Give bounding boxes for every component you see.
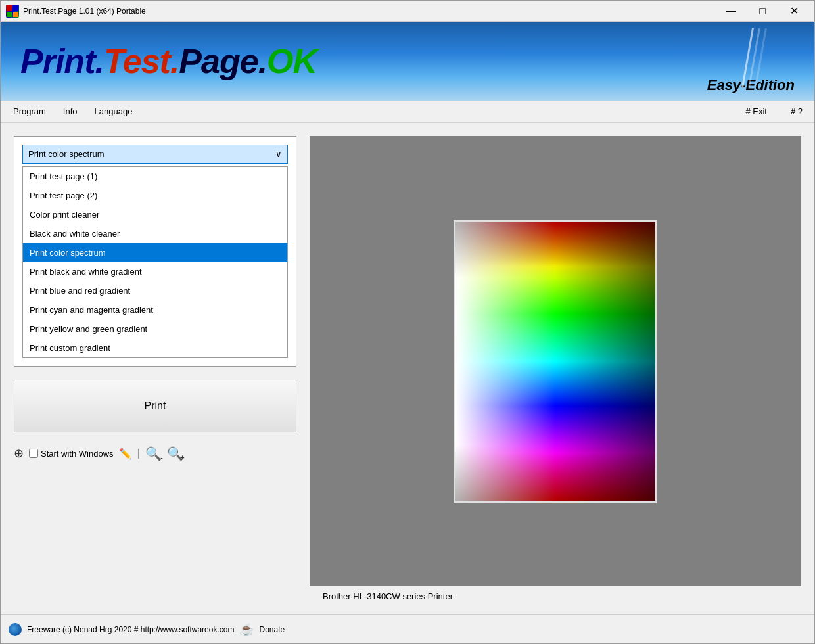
app-icon [6, 5, 19, 18]
banner-ok: OK [267, 42, 317, 80]
svg-rect-2 [7, 12, 12, 17]
svg-rect-0 [7, 5, 12, 11]
zoom-out-icon[interactable]: 🔍- [145, 446, 162, 461]
list-item[interactable]: Black and white cleaner [23, 224, 287, 243]
list-item[interactable]: Print custom gradient [23, 338, 287, 357]
bottom-toolbar: ⊕ Start with Windows ✏️ | 🔍- 🔍+ [14, 443, 296, 464]
printer-name: Brother HL-3140CW series Printer [310, 591, 453, 601]
pin-icon[interactable]: ⊕ [14, 446, 24, 461]
window-controls: — □ ✕ [716, 1, 809, 22]
minimize-button[interactable]: — [716, 1, 746, 22]
banner-dot3: . [258, 42, 267, 80]
banner-print: Print [20, 42, 95, 80]
dropdown-select[interactable]: Print color spectrum ∨ [22, 145, 288, 164]
svg-rect-3 [13, 12, 18, 17]
list-item[interactable]: Print test page (2) [23, 186, 287, 205]
menu-info[interactable]: Info [56, 103, 85, 120]
list-item[interactable]: Print black and white gradient [23, 262, 287, 281]
start-with-windows-label[interactable]: Start with Windows [29, 449, 114, 459]
dropdown-chevron-icon: ∨ [275, 149, 282, 159]
banner-title: Print.Test.Page.OK [20, 41, 317, 81]
banner-page: Page [179, 42, 258, 80]
title-bar: Print.Test.Page 1.01 (x64) Portable — □ … [1, 1, 814, 22]
banner: Print.Test.Page.OK Easy-Edition [1, 22, 814, 101]
list-item-selected[interactable]: Print color spectrum [23, 243, 287, 262]
footer-coffee-icon: ☕ [239, 622, 254, 637]
dropdown-container: Print color spectrum ∨ Print test page (… [14, 136, 296, 367]
app-window: Print.Test.Page 1.01 (x64) Portable — □ … [0, 0, 815, 644]
list-item[interactable]: Print cyan and magenta gradient [23, 300, 287, 319]
menu-program[interactable]: Program [6, 103, 53, 120]
close-button[interactable]: ✕ [779, 1, 809, 22]
footer-text: Freeware (c) Nenad Hrg 2020 # http://www… [27, 625, 234, 634]
maximize-button[interactable]: □ [747, 1, 778, 22]
dropdown-selected-value: Print color spectrum [28, 149, 105, 159]
left-panel: Print color spectrum ∨ Print test page (… [14, 136, 296, 601]
banner-dot2: . [170, 42, 179, 80]
globe-icon [9, 623, 22, 636]
main-content: Print color spectrum ∨ Print test page (… [1, 123, 814, 614]
menubar-right: # Exit # ? [739, 104, 809, 119]
list-item[interactable]: Print yellow and green gradient [23, 319, 287, 338]
footer: Freeware (c) Nenad Hrg 2020 # http://www… [1, 614, 814, 643]
list-item[interactable]: Print blue and red gradient [23, 281, 287, 300]
preview-paper [454, 220, 657, 503]
svg-rect-1 [13, 5, 18, 11]
preview-area [310, 136, 801, 586]
list-item[interactable]: Color print cleaner [23, 205, 287, 224]
start-with-windows-text: Start with Windows [41, 449, 114, 459]
menu-language[interactable]: Language [87, 103, 140, 120]
banner-subtitle: Easy-Edition [707, 77, 795, 94]
dropdown-list: Print test page (1) Print test page (2) … [22, 166, 288, 358]
right-panel: Brother HL-3140CW series Printer [310, 136, 801, 601]
window-title: Print.Test.Page 1.01 (x64) Portable [23, 7, 716, 16]
banner-dot1: . [95, 42, 103, 80]
edit-icon[interactable]: ✏️ [119, 448, 132, 460]
exit-button[interactable]: # Exit [739, 104, 774, 119]
color-spectrum-preview [455, 222, 655, 501]
print-button[interactable]: Print [14, 380, 296, 432]
donate-text[interactable]: Donate [259, 625, 285, 634]
menubar: Program Info Language # Exit # ? [1, 101, 814, 123]
divider: | [137, 448, 140, 459]
banner-test: Test [104, 42, 170, 80]
list-item[interactable]: Print test page (1) [23, 167, 287, 186]
zoom-in-icon[interactable]: 🔍+ [167, 446, 183, 461]
start-with-windows-checkbox[interactable] [29, 449, 38, 458]
svg-rect-7 [455, 222, 655, 501]
help-button[interactable]: # ? [784, 104, 809, 119]
